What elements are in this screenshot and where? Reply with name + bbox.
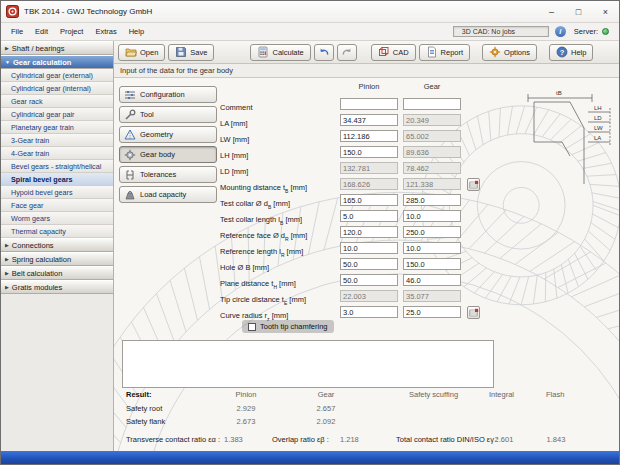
undo-button[interactable] bbox=[314, 44, 334, 61]
gear-value-input[interactable] bbox=[403, 210, 461, 222]
gear-value-input[interactable] bbox=[403, 98, 461, 110]
app-icon bbox=[6, 5, 19, 18]
gear-value-input[interactable] bbox=[403, 194, 461, 206]
gear-value-input[interactable] bbox=[403, 290, 461, 302]
info-icon[interactable]: i bbox=[555, 26, 566, 37]
pinion-value-input[interactable] bbox=[340, 290, 398, 302]
pinion-value-input[interactable] bbox=[340, 114, 398, 126]
minimize-button[interactable]: – bbox=[538, 1, 565, 22]
redo-button[interactable] bbox=[337, 44, 357, 61]
sidebar-item-cylindrical-gear-pair[interactable]: Cylindrical gear pair bbox=[1, 108, 113, 121]
titlebar: TBK 2014 - GWJ Technology GmbH – □ × bbox=[1, 1, 619, 23]
sidebar-section-spring-calculation[interactable]: ▶Spring calculation bbox=[1, 252, 113, 266]
gear-value-input[interactable] bbox=[403, 114, 461, 126]
nav-tool-button[interactable]: Tool bbox=[119, 106, 217, 123]
sidebar-item-gear-rack[interactable]: Gear rack bbox=[1, 95, 113, 108]
pinion-value-input[interactable] bbox=[340, 274, 398, 286]
safety-flank-pinion-value: 2.673 bbox=[219, 417, 273, 426]
close-button[interactable]: × bbox=[592, 1, 619, 22]
sidebar-item-hypoid-bevel-gears[interactable]: Hypoid bevel gears bbox=[1, 186, 113, 199]
dim-label-tb: tB bbox=[556, 90, 562, 96]
sidebar-item-thermal-capacity[interactable]: Thermal capacity bbox=[1, 225, 113, 238]
nav-gear-body-button[interactable]: Gear body bbox=[119, 146, 217, 163]
form-row-lh: LH [mm] bbox=[220, 144, 488, 160]
pinion-column-header: Pinion bbox=[340, 82, 398, 91]
nav-load-capacity-button[interactable]: Load capacity bbox=[119, 186, 217, 203]
calculate-button[interactable]: Calculate bbox=[250, 44, 310, 61]
expand-arrow-icon: ▶ bbox=[5, 45, 9, 51]
menu-project[interactable]: Project bbox=[54, 25, 89, 38]
gear-value-input[interactable] bbox=[403, 130, 461, 142]
pinion-value-input[interactable] bbox=[340, 242, 398, 254]
pinion-value-input[interactable] bbox=[340, 130, 398, 142]
pinion-value-input[interactable] bbox=[340, 258, 398, 270]
pinion-value-input[interactable] bbox=[340, 98, 398, 110]
gear-value-input[interactable] bbox=[403, 258, 461, 270]
sidebar-item-cylindrical-gear-external[interactable]: Cylindrical gear (external) bbox=[1, 69, 113, 82]
sidebar-section-shaft-bearings[interactable]: ▶Shaft / bearings bbox=[1, 41, 113, 55]
sidebar-item-spiral-bevel-gears[interactable]: Spiral bevel gears bbox=[1, 173, 113, 186]
gear-value-input[interactable] bbox=[403, 242, 461, 254]
form-row-mounting-distance-tb: Mounting distance tB [mm] bbox=[220, 176, 488, 192]
sidebar-item-3-gear-train[interactable]: 3-Gear train bbox=[1, 134, 113, 147]
lookup-button[interactable] bbox=[467, 178, 480, 191]
sidebar-item-planetary-gear-train[interactable]: Planetary gear train bbox=[1, 121, 113, 134]
gear-value-input[interactable] bbox=[403, 162, 461, 174]
pinion-value-input[interactable] bbox=[340, 210, 398, 222]
pinion-value-input[interactable] bbox=[340, 306, 398, 318]
open-folder-icon bbox=[125, 46, 137, 58]
pinion-value-input[interactable] bbox=[340, 226, 398, 238]
results-col-pinion: Pinion bbox=[219, 390, 273, 399]
tooth-tip-chamfering-checkbox[interactable] bbox=[248, 323, 256, 331]
main-panel: Open Save Calculate bbox=[114, 41, 619, 451]
gear-value-input[interactable] bbox=[403, 306, 461, 318]
lookup-button[interactable] bbox=[467, 306, 480, 319]
sidebar-item-bevel-gears-straight-helical[interactable]: Bevel gears - straight/helical bbox=[1, 160, 113, 173]
sidebar-section-belt-calculation[interactable]: ▶Belt calculation bbox=[1, 266, 113, 280]
safety-root-pinion-value: 2.929 bbox=[219, 404, 273, 413]
sidebar-section-gratis-modules[interactable]: ▶Gratis modules bbox=[1, 280, 113, 294]
pinion-value-input[interactable] bbox=[340, 194, 398, 206]
cad-button[interactable]: CAD bbox=[371, 44, 416, 61]
form-row-ld: LD [mm] bbox=[220, 160, 488, 176]
cad-jobs-status[interactable]: 3D CAD: No jobs bbox=[453, 26, 549, 37]
menu-help[interactable]: Help bbox=[123, 25, 150, 38]
menu-edit[interactable]: Edit bbox=[29, 25, 54, 38]
form-row-curve-radius-rz: Curve radius rz [mm] bbox=[220, 304, 488, 320]
menu-extras[interactable]: Extras bbox=[89, 25, 122, 38]
nav-configuration-button[interactable]: Configuration bbox=[119, 86, 217, 103]
menu-file[interactable]: File bbox=[5, 25, 29, 38]
comment-textarea[interactable] bbox=[122, 340, 494, 388]
nav-geometry-button[interactable]: Geometry bbox=[119, 126, 217, 143]
gear-value-input[interactable] bbox=[403, 274, 461, 286]
pinion-value-input[interactable] bbox=[340, 146, 398, 158]
sidebar-item-face-gear[interactable]: Face gear bbox=[1, 199, 113, 212]
options-button[interactable]: Options bbox=[482, 44, 537, 61]
form-row-plane-distance-th: Plane distance tH [mm] bbox=[220, 272, 488, 288]
calculate-icon bbox=[257, 46, 269, 58]
sidebar-item-worm-gears[interactable]: Worm gears bbox=[1, 212, 113, 225]
nav-tolerances-button[interactable]: Tolerances bbox=[119, 166, 217, 183]
open-button[interactable]: Open bbox=[118, 44, 165, 61]
taskbar[interactable] bbox=[1, 451, 619, 464]
workarea: tB LH LD LW LA Configuration T bbox=[114, 78, 619, 451]
gear-value-input[interactable] bbox=[403, 178, 461, 190]
help-button[interactable]: ? Help bbox=[549, 44, 593, 61]
section-label: Gratis modules bbox=[12, 283, 62, 292]
total-ratio-din-value: 2.601 bbox=[486, 435, 522, 444]
collapse-arrow-icon: ▼ bbox=[5, 59, 10, 65]
gear-value-input[interactable] bbox=[403, 226, 461, 238]
sidebar-section-connections[interactable]: ▶Connections bbox=[1, 238, 113, 252]
save-button[interactable]: Save bbox=[168, 44, 214, 61]
pinion-value-input[interactable] bbox=[340, 162, 398, 174]
sidebar-item-cylindrical-gear-internal[interactable]: Cylindrical gear (internal) bbox=[1, 82, 113, 95]
sidebar-section-gear-calculation[interactable]: ▼Gear calculation bbox=[1, 55, 113, 69]
gear-value-input[interactable] bbox=[403, 146, 461, 158]
form-row-reference-length-lr: Reference length lR [mm] bbox=[220, 240, 488, 256]
pinion-value-input[interactable] bbox=[340, 178, 398, 190]
nav-gear-body-label: Gear body bbox=[140, 150, 175, 159]
sidebar-item-4-gear-train[interactable]: 4-Gear train bbox=[1, 147, 113, 160]
nav-tool-label: Tool bbox=[140, 110, 154, 119]
report-button[interactable]: Report bbox=[419, 44, 471, 61]
maximize-button[interactable]: □ bbox=[565, 1, 592, 22]
